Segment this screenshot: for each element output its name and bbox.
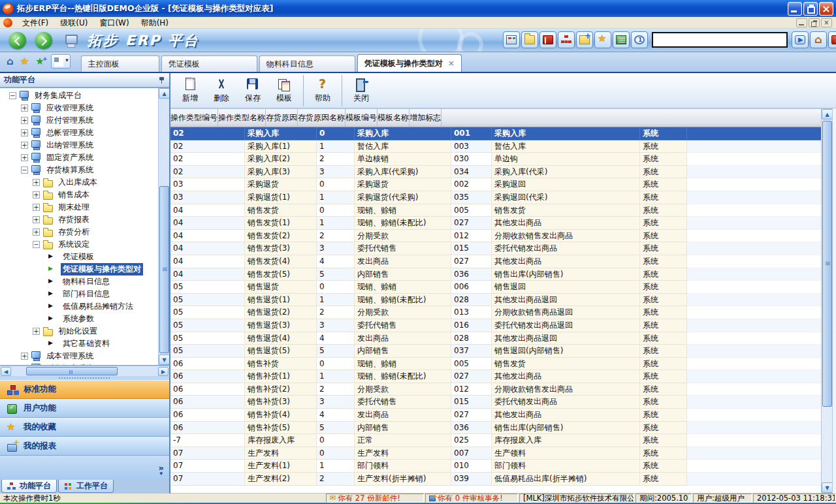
tree-item[interactable]: 财务集成平台 [0, 89, 158, 102]
table-row[interactable]: 06 销售补货(2) 2 分期受款 012 分期收款销售发出商品 系统 [170, 383, 821, 396]
workspace-panels-icon[interactable] [503, 31, 520, 48]
table-row[interactable]: 06 销售补货(5) 5 内部销售 036 销售出库(内部销售) 系统 [170, 422, 821, 435]
home-icon[interactable]: ⌂ [7, 57, 14, 67]
document-tab[interactable]: 主控面板 [81, 55, 159, 72]
tree-item[interactable]: 存货报表 [0, 213, 158, 226]
folder-home-icon[interactable] [521, 31, 538, 48]
tree-expand-icon[interactable] [33, 179, 40, 186]
computer-icon[interactable] [64, 34, 77, 47]
sidebar-splitter[interactable] [0, 376, 169, 380]
table-column-header[interactable]: 操作类型编号 [170, 109, 218, 127]
table-row[interactable]: 02 采购入库(3) 3 采购入库(代采购) 034 采购入库(代采) 系统 [170, 166, 821, 179]
document-tab[interactable]: 物料科目信息 [259, 55, 355, 72]
mdi-restore-button[interactable] [809, 18, 820, 27]
table-row[interactable]: 06 销售补货 0 现销、赊销 005 销售发货 系统 [170, 358, 821, 371]
record-toolbar-button[interactable]: 关闭 [342, 75, 377, 106]
table-row[interactable]: 03 采购退货 0 采购退货 002 采购退回 系统 [170, 178, 821, 191]
folder-list-icon[interactable] [613, 31, 630, 48]
scroll-up-icon[interactable]: ▲ [822, 109, 833, 119]
table-row[interactable]: -7 库存报废入库 0 正常 025 库存报废入库 系统 [170, 434, 821, 447]
tab-close-icon[interactable]: × [448, 59, 455, 68]
tree-vertical-scrollbar[interactable]: ▲ ▼ [158, 88, 169, 365]
restore-button[interactable] [803, 2, 818, 16]
mdi-minimize-button[interactable] [796, 18, 807, 27]
tree-item[interactable]: 存货分析 [0, 226, 158, 238]
close-button[interactable] [819, 2, 833, 16]
table-row[interactable]: 02 采购入库(1) 1 暂估入库 003 暂估入库 系统 [170, 140, 821, 153]
table-row[interactable]: 05 销售退货(4) 4 发出商品 028 其他发出商品退回 系统 [170, 332, 821, 345]
table-row[interactable]: 05 销售退货 0 现销、赊销 006 销售退回 系统 [170, 281, 821, 294]
scrollbar-thumb[interactable] [159, 186, 169, 353]
more-buttons-chevron[interactable]: » [159, 463, 164, 477]
menu-item[interactable]: 帮助(H) [135, 18, 174, 28]
tree-expand-icon[interactable] [21, 129, 28, 136]
tree-expand-icon[interactable] [33, 328, 40, 335]
table-row[interactable]: 07 生产发料 0 生产发料 007 生产领料 系统 [170, 447, 821, 460]
mdi-close-button[interactable] [821, 18, 832, 27]
sidebar-bottom-tab[interactable]: 工作平台 [58, 480, 114, 493]
table-row[interactable]: 02 采购入库(2) 2 单边核销 030 单边钩 系统 [170, 153, 821, 166]
tree-expand-icon[interactable] [21, 104, 28, 112]
table-row[interactable]: 04 销售发货(2) 2 分期受款 012 分期收款销售发出商品 系统 [170, 230, 821, 243]
scrollbar-thumb[interactable] [26, 367, 118, 375]
scrollbar-thumb[interactable] [822, 121, 832, 407]
tree-item[interactable]: 出纳管理系统 [0, 139, 158, 151]
table-column-header[interactable]: 操作类型名称 [218, 109, 266, 127]
table-row[interactable]: 06 销售补货(1) 1 现销、赊销(未配比) 027 其他发出商品 系统 [170, 370, 821, 383]
table-row[interactable]: 03 采购退货(1) 1 采购退货(代采购) 035 采购退回(代采) 系统 [170, 191, 821, 204]
tree-expand-icon[interactable] [33, 204, 40, 211]
table-row[interactable]: 05 销售退货(5) 5 内部销售 037 销售退回(内部销售) 系统 [170, 345, 821, 358]
table-row[interactable]: 04 销售发货 0 现销、赊销 005 销售发货 系统 [170, 204, 821, 217]
tree-item[interactable]: 存货核算系统 [0, 164, 158, 176]
table-row[interactable]: 04 销售发货(1) 1 现销、赊销(未配比) 027 其他发出商品 系统 [170, 217, 821, 230]
tree-expand-icon[interactable] [21, 142, 28, 149]
pin-icon[interactable] [159, 76, 165, 84]
scroll-left-icon[interactable]: ◀ [1, 367, 11, 376]
table-column-header[interactable]: 存货原因名称 [298, 109, 346, 127]
sidebar-group-button[interactable]: 用户功能 [0, 399, 169, 418]
tree-item[interactable]: 低值易耗品摊销方法 [0, 300, 158, 313]
tree-expand-icon[interactable] [33, 241, 40, 248]
tree-item[interactable]: 物料科目信息 [0, 276, 158, 288]
tree-horizontal-scrollbar[interactable]: ◀ ▶ [0, 366, 169, 376]
menu-item[interactable]: 文件(F) [16, 18, 54, 28]
tree-item[interactable]: 其它基础资料 [0, 338, 158, 350]
table-row[interactable]: 07 生产发料(2) 2 生产发料(折半摊销) 039 低值易耗品出库(折半摊销… [170, 473, 821, 486]
tree-expand-icon[interactable] [33, 216, 40, 223]
go-icon[interactable] [792, 31, 809, 48]
table-column-header[interactable]: 存货原因 [266, 109, 298, 127]
add-favorite-icon[interactable]: ★ [35, 57, 44, 67]
tree-item[interactable]: 应收管理系统 [0, 102, 158, 114]
forward-button[interactable] [35, 32, 52, 49]
table-row[interactable]: 04 销售发货(5) 5 内部销售 036 销售出库(内部销售) 系统 [170, 268, 821, 281]
table-column-header[interactable]: 增加标志 [410, 109, 442, 127]
sidebar-bottom-tab[interactable]: 功能平台 [1, 480, 57, 493]
minimize-button[interactable] [788, 2, 802, 16]
table-row[interactable]: 05 销售退货(2) 2 分期受款 013 分期收款销售商品退回 系统 [170, 306, 821, 319]
clock-icon[interactable] [631, 31, 648, 48]
folder-add-icon[interactable] [576, 31, 593, 48]
tree-item[interactable]: 入出库成本 [0, 176, 158, 189]
favorites-star-icon[interactable] [594, 31, 611, 48]
table-row[interactable]: 07 生产发料(1) 1 部门领料 010 部门领料 系统 [170, 460, 821, 473]
tree-expand-icon[interactable] [33, 191, 40, 198]
table-row[interactable]: 06 销售补货(3) 3 委托代销售 015 委托代销发出商品 系统 [170, 396, 821, 409]
record-toolbar-button[interactable]: 保存 [237, 75, 268, 106]
sidebar-group-button[interactable]: 标准功能 [0, 380, 169, 399]
menu-item[interactable]: 级联(U) [54, 18, 93, 28]
menu-item[interactable]: 窗口(W) [93, 18, 135, 28]
record-toolbar-button[interactable]: 帮助 [303, 75, 338, 106]
tree-item[interactable]: 应付管理系统 [0, 114, 158, 127]
tree-item[interactable]: 销售成本 [0, 189, 158, 201]
table-row[interactable]: 04 销售发货(3) 3 委托代销售 015 委托代销发出商品 系统 [170, 242, 821, 255]
exit-icon[interactable] [828, 31, 836, 48]
table-row[interactable]: 04 销售发货(4) 4 发出商品 027 其他发出商品 系统 [170, 255, 821, 268]
table-row[interactable]: 06 销售补货(4) 4 发出商品 027 其他发出商品 系统 [170, 409, 821, 422]
home-exit-icon[interactable] [810, 31, 827, 48]
tree-item[interactable]: 固定资产系统 [0, 151, 158, 164]
scroll-right-icon[interactable]: ▶ [158, 367, 169, 376]
sidebar-group-button[interactable]: 我的收藏 [0, 418, 169, 437]
tree-item[interactable]: 总帐管理系统 [0, 127, 158, 139]
tree-expand-icon[interactable] [21, 353, 28, 360]
table-column-header[interactable]: 模板名称 [378, 109, 410, 127]
